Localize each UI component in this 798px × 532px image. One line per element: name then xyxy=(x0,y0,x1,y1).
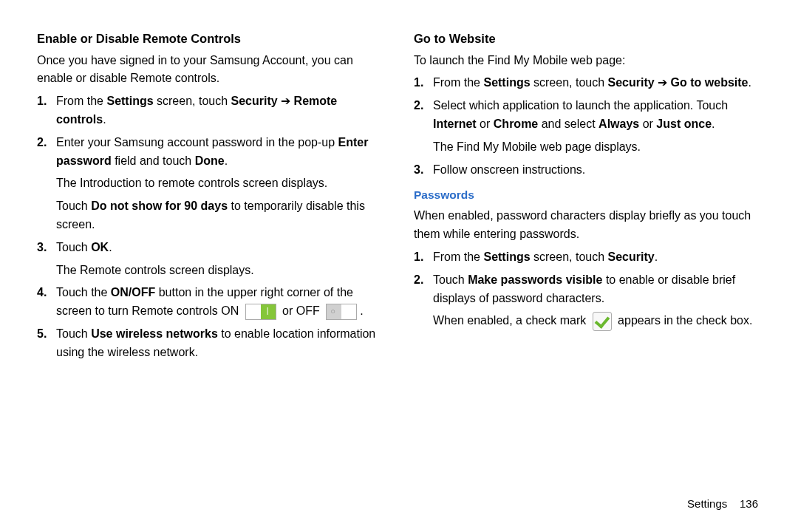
left-step-5: 5. Touch Use wireless networks to enable… xyxy=(56,325,384,362)
left-intro: Once you have signed in to your Samsung … xyxy=(37,52,384,89)
passwords-intro: When enabled, password characters displa… xyxy=(414,207,761,244)
pw-step-1: 1. From the Settings screen, touch Secur… xyxy=(433,248,761,267)
left-step-1: 1. From the Settings screen, touch Secur… xyxy=(56,92,384,129)
right-step2-sub: The Find My Mobile web page displays. xyxy=(414,138,761,157)
left-step3-sub: The Remote controls screen displays. xyxy=(37,262,384,280)
left-steps: 1. From the Settings screen, touch Secur… xyxy=(37,92,384,170)
left-step2-sub1: The Introduction to remote controls scre… xyxy=(37,174,384,193)
passwords-steps: 1. From the Settings screen, touch Secur… xyxy=(414,248,761,307)
left-column: Enable or Disable Remote Controls Once y… xyxy=(37,30,384,497)
left-step-2: 2. Enter your Samsung account password i… xyxy=(56,134,384,171)
left-step-3: 3. Touch OK. xyxy=(56,239,384,257)
checkmark-icon xyxy=(593,312,612,331)
right-step-2: 2. Select which application to launch th… xyxy=(433,97,761,134)
right-heading: Go to Website xyxy=(414,30,761,49)
right-column: Go to Website To launch the Find My Mobi… xyxy=(414,30,761,497)
content-columns: Enable or Disable Remote Controls Once y… xyxy=(37,30,761,497)
left-steps-cont: 3. Touch OK. xyxy=(37,239,384,257)
passwords-heading: Passwords xyxy=(414,186,761,204)
pw-step-2: 2. Touch Make passwords visible to enabl… xyxy=(433,271,761,308)
footer-section-label: Settings xyxy=(687,497,727,510)
left-heading: Enable or Disable Remote Controls xyxy=(37,30,384,49)
left-step2-sub2: Touch Do not show for 90 days to tempora… xyxy=(37,197,384,234)
toggle-on-icon xyxy=(245,304,276,320)
right-steps: 1. From the Settings screen, touch Secur… xyxy=(414,74,761,133)
left-steps-cont2: 4. Touch the ON/OFF button in the upper … xyxy=(37,284,384,361)
right-intro: To launch the Find My Mobile web page: xyxy=(414,52,761,70)
left-step-4: 4. Touch the ON/OFF button in the upper … xyxy=(56,284,384,321)
pw-step2-sub: When enabled, a check mark appears in th… xyxy=(414,312,761,331)
page-footer: Settings 136 xyxy=(37,497,761,510)
right-steps-cont: 3. Follow onscreen instructions. xyxy=(414,161,761,180)
right-step-3: 3. Follow onscreen instructions. xyxy=(433,161,761,180)
toggle-off-icon xyxy=(326,304,357,320)
footer-page-number: 136 xyxy=(740,497,758,510)
right-step-1: 1. From the Settings screen, touch Secur… xyxy=(433,74,761,92)
